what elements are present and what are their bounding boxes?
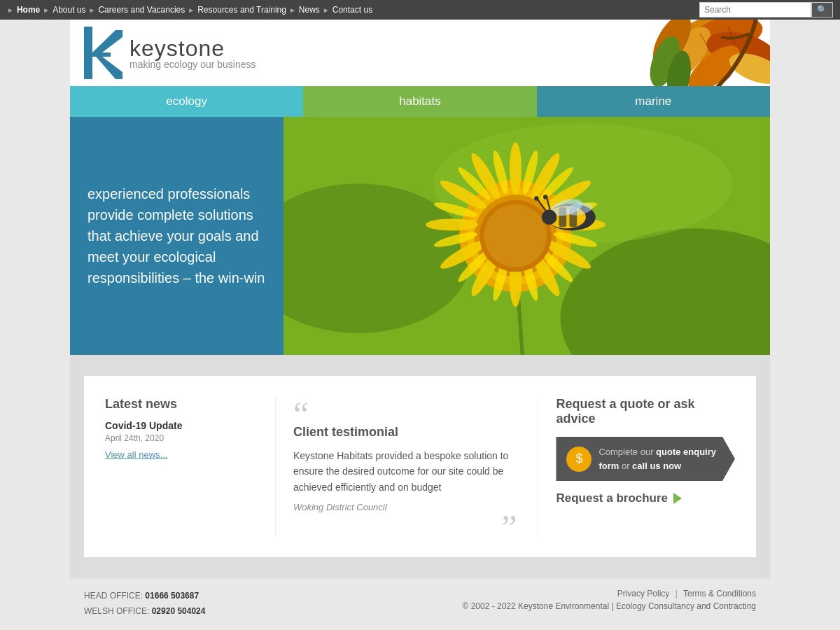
company-tagline: making ecology our business bbox=[130, 59, 256, 70]
tab-marine[interactable]: marine bbox=[537, 86, 770, 117]
nav-about[interactable]: About us bbox=[52, 5, 85, 15]
svg-point-22 bbox=[510, 142, 522, 195]
nav-careers[interactable]: Careers and Vacancies bbox=[98, 5, 185, 15]
welsh-office-info: WELSH OFFICE: 02920 504024 bbox=[84, 604, 205, 620]
search-button[interactable]: 🔍 bbox=[811, 2, 833, 18]
footer-legal-links: Privacy Policy | Terms & Conditions bbox=[462, 589, 756, 598]
hero-section: experienced professionals provide comple… bbox=[70, 117, 770, 355]
head-office-label: HEAD OFFICE: bbox=[84, 591, 143, 601]
svg-point-31 bbox=[426, 218, 478, 230]
testimonial-section: “ Client testimonial Keystone Habitats p… bbox=[275, 397, 517, 536]
site-footer: HEAD OFFICE: 01666 503687 WELSH OFFICE: … bbox=[70, 578, 770, 629]
footer-contact: HEAD OFFICE: 01666 503687 WELSH OFFICE: … bbox=[84, 589, 205, 619]
footer-separator: | bbox=[676, 589, 678, 598]
top-navigation: ► Home ► About us ► Careers and Vacancie… bbox=[0, 0, 840, 20]
welsh-office-phone: 02920 504024 bbox=[152, 606, 206, 616]
call-now-link: call us now bbox=[632, 461, 681, 471]
quote-heading: Request a quote or ask advice bbox=[556, 397, 735, 426]
search-box: 🔍 bbox=[699, 2, 833, 18]
head-office-phone: 01666 503687 bbox=[145, 591, 199, 601]
nav-contact[interactable]: Contact us bbox=[332, 5, 372, 15]
tab-habitats[interactable]: habitats bbox=[303, 86, 536, 117]
nav-home[interactable]: Home bbox=[17, 5, 40, 15]
coin-icon: $ bbox=[566, 447, 592, 472]
privacy-policy-link[interactable]: Privacy Policy bbox=[617, 589, 670, 598]
latest-news: Latest news Covid-19 Update April 24th, … bbox=[105, 397, 254, 536]
nav-arrow-2: ► bbox=[43, 6, 50, 14]
nav-arrow-5: ► bbox=[289, 6, 296, 14]
terms-link[interactable]: Terms & Conditions bbox=[683, 589, 756, 598]
svg-point-47 bbox=[484, 204, 547, 267]
svg-point-56 bbox=[534, 196, 538, 200]
quote-cta-banner[interactable]: $ Complete our quote enquiryform or call… bbox=[556, 437, 735, 481]
testimonial-quote: Keystone Habitats provided a bespoke sol… bbox=[293, 448, 517, 495]
nav-resources[interactable]: Resources and Training bbox=[197, 5, 286, 15]
tab-navigation: ecology habitats marine bbox=[70, 86, 770, 117]
welsh-office-label: WELSH OFFICE: bbox=[84, 606, 149, 616]
copyright-text: © 2002 - 2022 Keystone Environmental | E… bbox=[462, 601, 756, 611]
nav-arrow-6: ► bbox=[323, 6, 330, 14]
quote-close-icon: ” bbox=[293, 519, 517, 536]
nav-arrow-3: ► bbox=[89, 6, 96, 14]
company-name: keystone bbox=[130, 36, 256, 62]
logo-k-icon bbox=[84, 27, 122, 79]
nav-news[interactable]: News bbox=[299, 5, 320, 15]
news-article-date: April 24th, 2020 bbox=[105, 433, 254, 443]
footer-links: Privacy Policy | Terms & Conditions © 20… bbox=[462, 589, 756, 611]
svg-point-58 bbox=[543, 195, 547, 199]
svg-marker-2 bbox=[92, 52, 111, 57]
view-all-news-link[interactable]: View all news... bbox=[105, 449, 167, 460]
svg-rect-0 bbox=[84, 27, 92, 79]
nav-arrow: ► bbox=[7, 6, 14, 14]
head-office-info: HEAD OFFICE: 01666 503687 bbox=[84, 589, 205, 604]
hero-description: experienced professionals provide comple… bbox=[88, 183, 266, 288]
arrow-right-icon bbox=[673, 493, 682, 504]
header-decoration bbox=[574, 20, 770, 86]
quote-section: Request a quote or ask advice $ Complete… bbox=[538, 397, 735, 536]
hero-image bbox=[284, 117, 770, 355]
logo-text: keystone making ecology our business bbox=[130, 36, 256, 70]
tab-ecology[interactable]: ecology bbox=[70, 86, 303, 117]
content-section: Latest news Covid-19 Update April 24th, … bbox=[70, 355, 770, 578]
nav-arrow-4: ► bbox=[188, 6, 195, 14]
hero-text-panel: experienced professionals provide comple… bbox=[70, 117, 284, 355]
request-brochure-link[interactable]: Request a brochure bbox=[556, 491, 735, 505]
brochure-label: Request a brochure bbox=[556, 491, 668, 505]
svg-point-54 bbox=[542, 210, 556, 225]
news-article-title: Covid-19 Update bbox=[105, 420, 254, 431]
quote-cta-text: Complete our quote enquiryform or call u… bbox=[598, 445, 716, 472]
search-input[interactable] bbox=[699, 2, 811, 18]
site-header: keystone making ecology our business bbox=[70, 20, 770, 86]
news-heading: Latest news bbox=[105, 397, 254, 412]
testimonial-attribution: Woking District Council bbox=[293, 500, 517, 515]
logo-area: keystone making ecology our business bbox=[84, 27, 256, 79]
content-inner: Latest news Covid-19 Update April 24th, … bbox=[84, 376, 756, 557]
testimonial-heading: Client testimonial bbox=[293, 425, 517, 440]
